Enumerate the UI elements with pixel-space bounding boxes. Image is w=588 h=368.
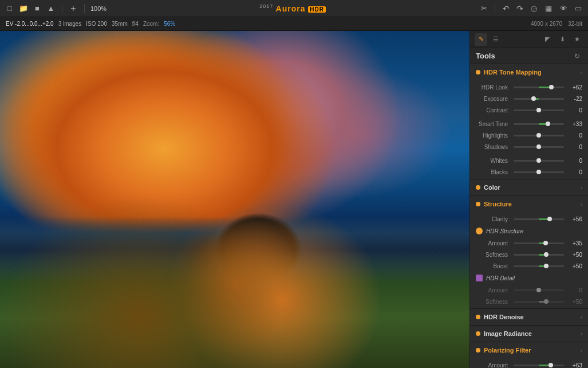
track-detail-softness[interactable] [514,301,564,303]
tab-history[interactable]: ☰ [490,33,502,46]
value-hdr-look: +62 [566,84,582,91]
slider-row-detail-amount: Amount 0 [470,284,588,296]
eye-icon[interactable]: 👁 [558,3,569,14]
undo-icon[interactable]: ↶ [501,3,511,14]
track-clarity[interactable] [514,218,564,220]
track-structure-boost[interactable] [514,265,564,267]
dot-color [476,185,480,190]
thumb-detail-amount[interactable] [536,288,541,292]
thumb-whites[interactable] [536,158,541,163]
grid-icon[interactable]: ▦ [543,3,554,14]
add-icon[interactable]: + [68,3,78,14]
layout-icon[interactable]: ▭ [573,3,583,14]
thumb-hdr-look[interactable] [549,85,554,89]
value-exposure: -22 [566,96,582,102]
section-header-image-radiance[interactable]: Image Radiance › [470,326,588,342]
value-contrast: 0 [566,107,582,113]
value-whites: 0 [566,158,582,164]
track-exposure[interactable] [514,98,564,100]
tab-view2[interactable]: ⬇ [556,33,569,46]
thumb-structure-amount[interactable] [543,241,548,245]
subsection-header-hdr-structure: HDR Structure [470,225,588,237]
view-icon[interactable]: ◶ [528,3,539,14]
value-polarizing-amount: +63 [566,362,582,369]
panel-options-icon[interactable]: ↻ [572,51,582,61]
app-suffix: HDR [308,6,326,13]
slider-row-contrast: Contrast 0 [470,104,588,116]
section-header-hdr-tone-mapping[interactable]: HDR Tone Mapping ‹ [470,64,588,80]
section-content-hdr-tone-mapping: HDR Look +62 Exposure [470,80,588,179]
app-title-area: 2017 Aurora HDR [110,3,475,13]
track-contrast[interactable] [514,109,564,111]
track-smart-tone[interactable] [514,123,564,125]
tab-view3[interactable]: ★ [571,33,583,46]
value-detail-amount: 0 [566,287,582,293]
label-whites: Whites [476,158,511,164]
section-title-image-radiance: Image Radiance [484,330,578,337]
section-image-radiance: Image Radiance › [470,326,588,342]
label-structure-softness: Softness [476,252,511,258]
slider-row-shadows: Shadows 0 [470,141,588,152]
track-whites[interactable] [514,160,564,162]
focal-length: 35mm [112,21,128,27]
save-icon[interactable]: ■ [32,3,42,14]
app-logo: 2017 Aurora HDR [259,3,326,13]
sep2 [84,4,85,13]
tab-view1[interactable]: ◤ [541,33,554,46]
value-detail-softness: +50 [566,299,582,305]
section-header-color[interactable]: Color › [470,179,588,195]
save2-icon[interactable]: ▲ [46,3,56,14]
track-structure-amount[interactable] [514,242,564,244]
section-header-polarizing-filter[interactable]: Polarizing Filter ‹ [470,342,588,358]
photo-canvas[interactable] [0,31,469,368]
thumb-exposure[interactable] [531,96,536,101]
tab-tools[interactable]: ✎ [475,33,487,46]
track-detail-amount[interactable] [514,289,564,291]
thumb-highlights[interactable] [536,133,541,138]
thumb-structure-softness[interactable] [544,252,548,257]
label-hdr-look: HDR Look [476,84,511,91]
zoom-label: Zoom: [143,21,159,27]
track-hdr-look[interactable] [514,87,564,88]
thumb-blacks[interactable] [536,170,541,174]
thumb-structure-boost[interactable] [544,264,548,268]
sep3 [495,4,495,13]
dot-image-radiance [476,331,480,336]
panel-content[interactable]: HDR Tone Mapping ‹ HDR Look +62 [470,64,588,368]
track-structure-softness[interactable] [514,254,564,256]
label-exposure: Exposure [476,96,511,102]
track-highlights[interactable] [514,135,564,136]
new-icon[interactable]: □ [5,3,15,14]
app-year: 2017 [259,3,273,9]
slider-row-smart-tone: Smart Tone +33 [470,118,588,130]
dot-structure [476,202,480,206]
section-title-hdr-denoise: HDR Denoise [484,314,578,320]
redo-icon[interactable]: ↷ [515,3,525,14]
bit-depth: 32-bit [568,21,582,27]
scissors-icon[interactable]: ✂ [479,3,489,14]
section-header-structure[interactable]: Structure ‹ [470,196,588,212]
value-structure-amount: +35 [566,240,582,246]
section-content-polarizing-filter: Amount +63 [470,358,588,368]
thumb-clarity[interactable] [547,217,552,221]
track-polarizing-amount[interactable] [514,365,564,366]
section-polarizing-filter: Polarizing Filter ‹ Amount +63 [470,342,588,368]
section-header-hdr-denoise[interactable]: HDR Denoise › [470,309,588,325]
section-hdr-tone-mapping: HDR Tone Mapping ‹ HDR Look +62 [470,64,588,179]
value-shadows: 0 [566,144,582,150]
value-clarity: +56 [566,216,582,222]
thumb-detail-softness[interactable] [544,299,548,304]
thumb-contrast[interactable] [536,108,541,112]
label-clarity: Clarity [476,216,511,222]
track-blacks[interactable] [514,171,564,173]
app-name: Aurora [276,4,306,13]
open-icon[interactable]: 📁 [18,3,29,14]
track-shadows[interactable] [514,146,564,148]
thumb-smart-tone[interactable] [546,122,550,126]
icon-hdr-detail [476,275,483,281]
thumb-polarizing-amount[interactable] [548,363,553,367]
slider-row-detail-softness: Softness +50 [470,296,588,307]
thumb-shadows[interactable] [536,144,541,149]
value-structure-softness: +50 [566,252,582,258]
slider-row-structure-amount: Amount +35 [470,237,588,249]
